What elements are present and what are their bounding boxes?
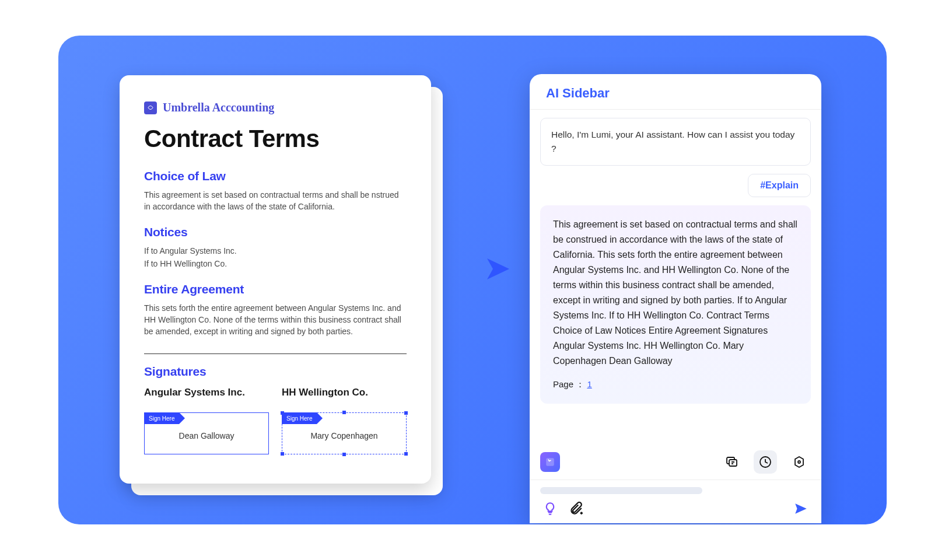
section-heading-notices: Notices [144,225,407,239]
notices-line-2: If to HH Wellington Co. [144,258,407,270]
page-indicator: Page ： 1 [553,377,798,392]
brand-row: Umbrella Acccounting [144,101,407,114]
signature-box-2-selected[interactable]: Sign Here Mary Copenhagen [282,412,407,454]
document-card: Umbrella Acccounting Contract Terms Choi… [120,75,431,484]
ai-sidebar: AI Sidebar Hello, I'm Lumi, your AI assi… [530,74,821,523]
sidebar-footer [530,494,821,523]
signature-name-2: Mary Copenhagen [310,426,377,440]
divider [144,354,407,354]
settings-hex-icon[interactable] [788,450,811,474]
history-clock-icon[interactable] [754,450,777,474]
sign-here-tag-1: Sign Here [144,412,179,424]
signature-company-1: Angular Systems Inc. [144,387,269,398]
sidebar-header: AI Sidebar [530,74,821,110]
svg-rect-0 [546,458,554,466]
signature-box-1[interactable]: Sign Here Dean Galloway [144,412,269,454]
sidebar-tool-row [530,444,821,480]
sidebar-title: AI Sidebar [546,86,805,101]
input-placeholder-skeleton [540,487,702,494]
document-stack: Umbrella Acccounting Contract Terms Choi… [120,75,431,484]
ai-response-card: This agreement is set based on contractu… [540,205,811,404]
section-heading-signatures: Signatures [144,365,407,379]
idea-bulb-icon[interactable] [542,501,558,519]
ai-response-text: This agreement is set based on contractu… [553,217,798,369]
signature-company-2: HH Wellington Co. [282,387,407,398]
notices-line-1: If to Angular Systems Inc. [144,245,407,257]
section-body-choice-of-law: This agreement is set based on contractu… [144,189,407,212]
document-title: Contract Terms [144,125,407,153]
sign-here-tag-2: Sign Here [282,412,317,424]
input-area[interactable] [530,480,821,494]
section-body-entire-agreement: This sets forth the entire agreement bet… [144,302,407,337]
section-heading-choice-of-law: Choice of Law [144,169,407,183]
signature-col-2: HH Wellington Co. Sign Here Mary Copenha… [282,387,407,454]
brand-logo-icon [144,102,157,114]
app-launcher-icon[interactable] [540,452,560,472]
page-number-link[interactable]: 1 [587,379,592,389]
send-icon[interactable] [793,501,808,519]
copy-chat-icon[interactable] [720,450,743,474]
sidebar-body: Hello, I'm Lumi, your AI assistant. How … [530,110,821,444]
signature-col-1: Angular Systems Inc. Sign Here Dean Gall… [144,387,269,454]
attachment-clip-icon[interactable] [568,501,583,519]
brand-name: Umbrella Acccounting [163,101,274,114]
section-heading-entire-agreement: Entire Agreement [144,282,407,296]
explain-command-chip[interactable]: #Explain [748,174,811,197]
signature-name-1: Dean Galloway [179,426,235,440]
ai-greeting-bubble: Hello, I'm Lumi, your AI assistant. How … [540,118,811,166]
svg-point-4 [798,461,800,463]
signatures-row: Angular Systems Inc. Sign Here Dean Gall… [144,387,407,454]
page-label: Page ： [553,379,584,389]
command-chip-row: #Explain [540,174,811,197]
arrow-icon [464,251,510,289]
svg-rect-2 [729,460,737,466]
app-canvas: Umbrella Acccounting Contract Terms Choi… [58,36,887,524]
